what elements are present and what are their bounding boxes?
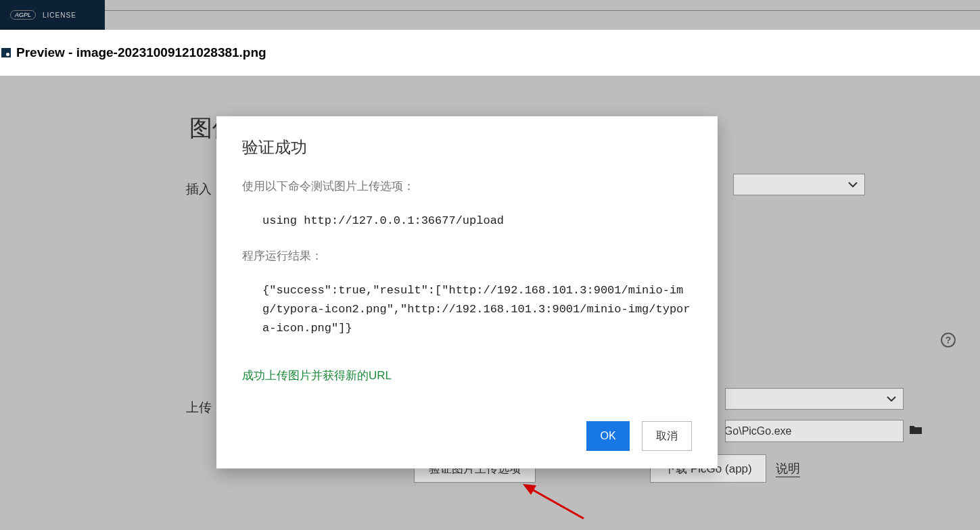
dialog-subtitle-1: 使用以下命令测试图片上传选项： bbox=[242, 178, 692, 194]
annotation-arrow bbox=[519, 481, 587, 522]
chevron-down-icon bbox=[887, 396, 896, 402]
picgo-path-input[interactable]: re\11_dev\PicGo\PicGo.exe bbox=[725, 420, 904, 442]
uploader-select[interactable] bbox=[725, 388, 904, 410]
folder-icon[interactable] bbox=[910, 425, 922, 434]
svg-marker-1 bbox=[523, 484, 536, 495]
license-strip: AGPL LICENSE bbox=[0, 0, 105, 30]
dialog-command: using http://127.0.0.1:36677/upload bbox=[242, 212, 692, 231]
dialog-title: 验证成功 bbox=[242, 137, 692, 158]
dialog-buttons: OK 取消 bbox=[242, 421, 692, 451]
dialog-success-msg: 成功上传图片并获得新的URL bbox=[242, 368, 692, 383]
insert-select[interactable] bbox=[733, 174, 865, 195]
dialog-subtitle-2: 程序运行结果： bbox=[242, 248, 692, 264]
verify-dialog: 验证成功 使用以下命令测试图片上传选项： using http://127.0.… bbox=[216, 116, 718, 468]
preview-app-icon bbox=[1, 48, 11, 57]
agpl-badge: AGPL bbox=[10, 10, 36, 20]
chevron-down-icon bbox=[848, 182, 858, 187]
ok-button[interactable]: OK bbox=[586, 421, 630, 451]
preview-title: Preview - image-20231009121028381.png bbox=[16, 45, 266, 60]
cancel-button[interactable]: 取消 bbox=[642, 421, 692, 451]
upload-label: 上传 bbox=[186, 399, 212, 416]
preview-header: Preview - image-20231009121028381.png bbox=[0, 30, 980, 76]
license-label: LICENSE bbox=[43, 11, 76, 19]
help-link[interactable]: 说明 bbox=[776, 460, 800, 477]
insert-label: 插入 bbox=[186, 180, 212, 198]
help-icon[interactable]: ? bbox=[941, 333, 956, 347]
dialog-result: {"success":true,"result":["http://192.16… bbox=[242, 281, 692, 338]
svg-line-0 bbox=[530, 488, 584, 519]
